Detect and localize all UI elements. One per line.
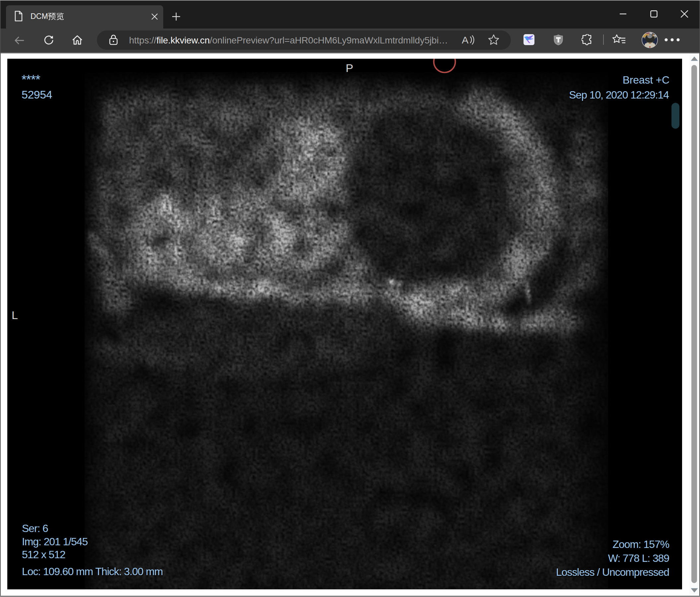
svg-text:A: A <box>462 34 469 46</box>
